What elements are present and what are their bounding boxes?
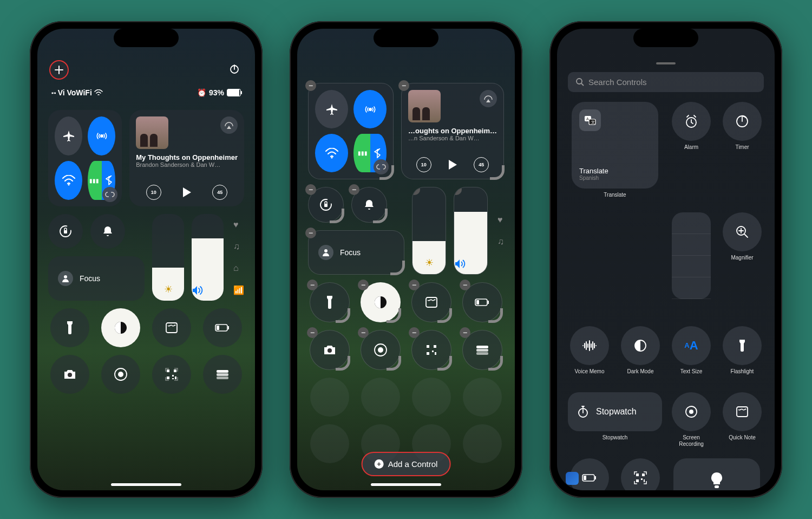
media-tile[interactable]: − …oughts on Oppenheim… …n Sanderson & D… xyxy=(401,83,504,179)
home-indicator[interactable] xyxy=(111,483,181,486)
airdrop-toggle[interactable] xyxy=(88,116,115,155)
wifi-toggle[interactable] xyxy=(315,134,348,172)
skip-back-button[interactable]: 10 xyxy=(146,185,161,200)
remove-button[interactable]: − xyxy=(305,184,316,195)
empty-slot[interactable] xyxy=(412,378,451,417)
add-control-button[interactable]: + Add a Control xyxy=(362,452,451,476)
wallet-button[interactable] xyxy=(203,355,242,394)
remove-button[interactable]: − xyxy=(454,187,462,195)
dark-mode-toggle[interactable]: − xyxy=(361,282,401,322)
cellular-bluetooth-cluster[interactable]: ▮▮▮ xyxy=(88,161,115,200)
flashlight-toggle[interactable]: − xyxy=(310,282,350,322)
remove-button[interactable]: − xyxy=(398,80,409,91)
quick-note-button[interactable] xyxy=(152,308,191,347)
remove-button[interactable]: − xyxy=(358,280,369,290)
camera-button[interactable]: − xyxy=(310,330,350,370)
remove-button[interactable]: − xyxy=(305,228,316,238)
silent-mode-toggle[interactable]: − xyxy=(351,187,387,223)
home-indicator[interactable] xyxy=(371,483,441,486)
brightness-slider[interactable]: −☀ xyxy=(412,187,446,275)
volume-slider[interactable] xyxy=(192,214,224,301)
skip-forward-button[interactable]: 45 xyxy=(212,185,227,200)
resize-handle[interactable] xyxy=(437,308,452,323)
wifi-toggle[interactable] xyxy=(55,161,82,200)
heart-icon[interactable]: ♥ xyxy=(497,215,504,225)
resize-handle[interactable] xyxy=(330,209,344,223)
gallery-item-brightness-preview[interactable] xyxy=(670,212,713,315)
gallery-item-voice-memo[interactable]: Voice Memo xyxy=(568,326,611,381)
airplane-mode-toggle[interactable] xyxy=(315,90,348,128)
gallery-item-quick-note[interactable]: Quick Note xyxy=(721,392,764,447)
cellular-bluetooth-cluster[interactable]: ▮▮▮ xyxy=(353,134,387,172)
add-button[interactable] xyxy=(49,60,69,80)
orientation-lock-toggle[interactable] xyxy=(48,214,83,249)
silent-mode-toggle[interactable] xyxy=(90,214,125,249)
music-note-icon[interactable]: ♫ xyxy=(497,237,504,246)
low-power-toggle[interactable] xyxy=(203,308,242,347)
remove-button[interactable]: − xyxy=(307,327,318,338)
remove-button[interactable]: − xyxy=(460,280,470,290)
wallet-button[interactable]: − xyxy=(462,330,502,370)
skip-back-button[interactable]: 10 xyxy=(416,157,431,172)
gallery-item-scan-code[interactable]: Scan Code xyxy=(619,458,662,490)
gallery-item-flashlight[interactable]: Flashlight xyxy=(721,326,764,381)
music-note-icon[interactable]: ♫ xyxy=(233,242,244,251)
gallery-item-alarm[interactable]: Alarm xyxy=(670,102,713,205)
focus-tile[interactable]: Focus xyxy=(48,256,145,301)
empty-slot[interactable] xyxy=(463,424,502,463)
remove-button[interactable]: − xyxy=(460,327,470,338)
brightness-slider[interactable]: ☀ xyxy=(152,214,184,301)
resize-handle[interactable] xyxy=(488,356,503,371)
heart-icon[interactable]: ♥ xyxy=(233,220,244,230)
play-button[interactable] xyxy=(181,186,192,198)
resize-handle[interactable] xyxy=(336,356,350,371)
resize-handle[interactable] xyxy=(390,261,405,275)
antenna-icon[interactable]: 📶 xyxy=(233,285,244,295)
empty-slot[interactable] xyxy=(361,378,400,417)
focus-tile[interactable]: − Focus xyxy=(308,230,404,275)
remove-button[interactable]: − xyxy=(349,184,359,195)
empty-slot[interactable] xyxy=(310,424,349,463)
power-button[interactable] xyxy=(226,60,243,77)
airplane-mode-toggle[interactable] xyxy=(55,116,82,155)
screen-record-button[interactable] xyxy=(101,355,140,394)
resize-handle[interactable] xyxy=(488,308,503,323)
home-icon[interactable]: ⌂ xyxy=(233,263,244,273)
dark-mode-toggle[interactable] xyxy=(101,308,140,347)
gallery-item-translate[interactable]: A文 Translate Spanish Translate xyxy=(568,102,662,205)
play-button[interactable] xyxy=(447,159,458,171)
skip-forward-button[interactable]: 45 xyxy=(474,157,489,172)
empty-slot[interactable] xyxy=(463,378,502,417)
flashlight-toggle[interactable] xyxy=(50,308,89,347)
search-input[interactable]: Search Controls xyxy=(568,72,764,92)
airplay-button[interactable] xyxy=(220,116,238,134)
low-power-toggle[interactable]: − xyxy=(462,282,502,322)
connectivity-tile[interactable]: − ▮▮▮ xyxy=(308,83,394,179)
remove-button[interactable]: − xyxy=(409,280,420,290)
empty-slot[interactable] xyxy=(310,378,349,417)
connectivity-tile[interactable]: ▮▮▮ xyxy=(48,110,122,206)
camera-button[interactable] xyxy=(50,355,89,394)
remove-button[interactable]: − xyxy=(409,327,420,338)
airplay-button[interactable] xyxy=(480,90,497,107)
resize-handle[interactable] xyxy=(490,165,505,180)
media-tile[interactable]: My Thoughts on Oppenheimer Brandon Sande… xyxy=(129,110,244,206)
gallery-item-dark-mode[interactable]: Dark Mode xyxy=(619,326,662,381)
gallery-item-stopwatch-wide[interactable]: Stopwatch Stopwatch xyxy=(568,392,662,447)
remove-button[interactable]: − xyxy=(307,280,318,290)
resize-handle[interactable] xyxy=(387,356,401,371)
remove-button[interactable]: − xyxy=(305,80,316,91)
airdrop-toggle[interactable] xyxy=(353,90,387,128)
volume-slider[interactable]: − xyxy=(454,187,488,275)
remove-button[interactable]: − xyxy=(358,327,369,338)
quick-note-button[interactable]: − xyxy=(411,282,451,322)
screen-record-button[interactable]: − xyxy=(361,330,401,370)
gallery-item-screen-recording[interactable]: Screen Recording xyxy=(670,392,713,447)
qr-scan-button[interactable]: − xyxy=(411,330,451,370)
resize-handle[interactable] xyxy=(373,209,388,223)
gallery-item-timer[interactable]: Timer xyxy=(721,102,764,205)
resize-handle[interactable] xyxy=(336,308,350,323)
orientation-lock-toggle[interactable]: − xyxy=(308,187,344,223)
gallery-item-home-scene[interactable]: Scene or Accessory Home xyxy=(670,458,764,490)
sheet-handle[interactable] xyxy=(656,62,676,64)
